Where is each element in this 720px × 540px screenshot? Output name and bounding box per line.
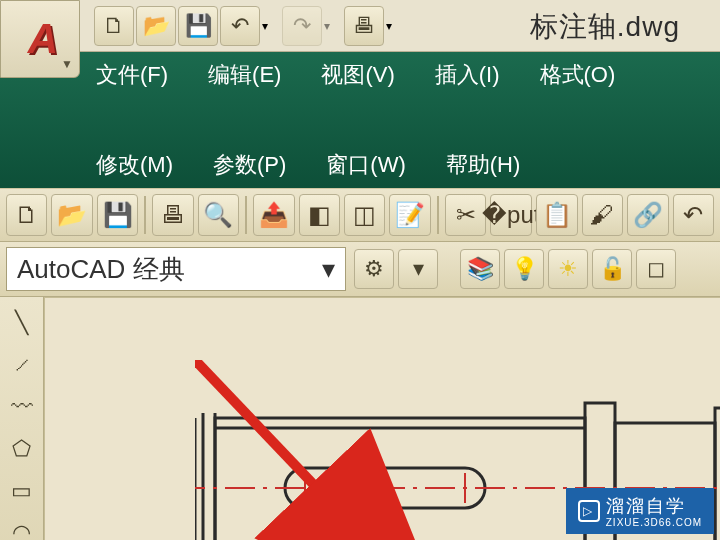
undo-button[interactable]: ↶ xyxy=(220,6,260,46)
polyline-icon: 〰 xyxy=(11,394,33,420)
clipboard-icon: 📋 xyxy=(542,201,572,229)
layer-tools-group: 📚 💡 ☀ 🔓 ◻ xyxy=(460,249,676,289)
line-icon: ╲ xyxy=(15,310,28,336)
qat-customize-dropdown[interactable]: ▾ xyxy=(386,19,404,33)
undo-icon: ↶ xyxy=(683,201,703,229)
tb-preview-button[interactable]: 🔍 xyxy=(198,194,239,236)
print-icon: 🖶 xyxy=(161,201,185,229)
quick-access-toolbar: 🗋 📂 💾 ↶ ▾ ↷ ▾ 🖶 ▾ xyxy=(94,6,404,46)
save-icon: ▾ xyxy=(413,256,424,282)
new-button[interactable]: 🗋 xyxy=(94,6,134,46)
undo-history-dropdown[interactable]: ▾ xyxy=(262,19,280,33)
sun-icon: ☀ xyxy=(558,256,578,282)
new-file-icon: 🗋 xyxy=(103,13,125,39)
polygon-tool[interactable]: ⬠ xyxy=(4,431,40,467)
undo-icon: ↶ xyxy=(231,13,249,39)
tb-print-button[interactable]: 🖶 xyxy=(152,194,193,236)
construction-line-tool[interactable]: ⟋ xyxy=(4,347,40,383)
document-title: 标注轴.dwg xyxy=(530,8,680,46)
layer-sun-button[interactable]: ☀ xyxy=(548,249,588,289)
line-tool[interactable]: ╲ xyxy=(4,305,40,341)
app-menu-button[interactable]: A ▼ xyxy=(0,0,80,78)
layers-icon: 📚 xyxy=(467,256,494,282)
workspace-combo[interactable]: AutoCAD 经典 ▾ xyxy=(6,247,346,291)
layer-lock-button[interactable]: 🔓 xyxy=(592,249,632,289)
open-folder-icon: 📂 xyxy=(57,201,87,229)
save-icon: 💾 xyxy=(103,201,133,229)
link-icon: 🔗 xyxy=(633,201,663,229)
menu-format[interactable]: 格式(O) xyxy=(534,58,622,92)
svg-rect-8 xyxy=(715,408,720,540)
workspace-label: AutoCAD 经典 xyxy=(17,252,185,287)
watermark-url: ZIXUE.3D66.COM xyxy=(606,518,702,528)
tb-new-button[interactable]: 🗋 xyxy=(6,194,47,236)
tb-match-button[interactable]: 🖌 xyxy=(582,194,623,236)
open-folder-icon: 📂 xyxy=(143,13,170,39)
ws-save-button[interactable]: ▾ xyxy=(398,249,438,289)
tb-undo-button[interactable]: ↶ xyxy=(673,194,714,236)
toolbar-separator xyxy=(437,196,439,234)
gear-icon: ⚙ xyxy=(364,256,384,282)
workspace-toolbar: AutoCAD 经典 ▾ ⚙ ▾ 📚 💡 ☀ 🔓 ◻ xyxy=(0,242,720,297)
tb-open-button[interactable]: 📂 xyxy=(51,194,92,236)
standard-toolbar: 🗋 📂 💾 🖶 🔍 📤 ◧ ◫ 📝 ✂ �put 📋 🖌 🔗 ↶ xyxy=(0,188,720,242)
rectangle-tool[interactable]: ▭ xyxy=(4,473,40,509)
menu-modify[interactable]: 修改(M) xyxy=(90,148,179,182)
redo-history-dropdown[interactable]: ▾ xyxy=(324,19,342,33)
menu-edit[interactable]: 编辑(E) xyxy=(202,58,287,92)
menu-insert[interactable]: 插入(I) xyxy=(429,58,506,92)
cube-icon: ◧ xyxy=(308,201,331,229)
bulb-icon: 💡 xyxy=(511,256,538,282)
publish-icon: 📤 xyxy=(259,201,289,229)
draw-toolbar: ╲ ⟋ 〰 ⬠ ▭ ◠ xyxy=(0,297,44,540)
save-button[interactable]: 💾 xyxy=(178,6,218,46)
tb-block-button[interactable]: 🔗 xyxy=(627,194,668,236)
tb-paste-button[interactable]: 📋 xyxy=(536,194,577,236)
tb-plot-button[interactable]: 📝 xyxy=(389,194,430,236)
menu-bar: 文件(F) 编辑(E) 视图(V) 插入(I) 格式(O) 修改(M) 参数(P… xyxy=(0,52,720,188)
scissors-icon: ✂ xyxy=(456,201,476,229)
square-icon: ◻ xyxy=(647,256,665,282)
tb-publish-button[interactable]: 📤 xyxy=(253,194,294,236)
rectangle-icon: ▭ xyxy=(11,478,32,504)
menu-help[interactable]: 帮助(H) xyxy=(440,148,527,182)
tb-save-button[interactable]: 💾 xyxy=(97,194,138,236)
workspace-settings-group: ⚙ ▾ xyxy=(354,249,438,289)
title-bar: A ▼ 🗋 📂 💾 ↶ ▾ ↷ ▾ 🖶 ▾ 标注轴.dwg xyxy=(0,0,720,52)
tb-sheet-button[interactable]: ◫ xyxy=(344,194,385,236)
layer-color-button[interactable]: ◻ xyxy=(636,249,676,289)
menu-view[interactable]: 视图(V) xyxy=(315,58,400,92)
lock-icon: 🔓 xyxy=(599,256,626,282)
preview-icon: 🔍 xyxy=(203,201,233,229)
watermark-brand: 溜溜自学 xyxy=(606,496,686,516)
tb-3dprint-button[interactable]: ◧ xyxy=(299,194,340,236)
print-icon: 🖶 xyxy=(353,13,375,39)
layer-bulb-button[interactable]: 💡 xyxy=(504,249,544,289)
chevron-down-icon: ▾ xyxy=(322,254,335,285)
watermark-badge: ▷ 溜溜自学 ZIXUE.3D66.COM xyxy=(566,488,714,534)
layer-props-button[interactable]: 📚 xyxy=(460,249,500,289)
tb-copy-button[interactable]: �put xyxy=(490,194,532,236)
print-button[interactable]: 🖶 xyxy=(344,6,384,46)
sheet-icon: ◫ xyxy=(353,201,376,229)
brush-icon: 🖌 xyxy=(590,201,614,229)
xline-icon: ⟋ xyxy=(11,352,33,378)
chevron-down-icon: ▼ xyxy=(61,57,73,71)
svg-rect-0 xyxy=(215,418,585,540)
tb-cut-button[interactable]: ✂ xyxy=(445,194,486,236)
menu-parametric[interactable]: 参数(P) xyxy=(207,148,292,182)
polyline-tool[interactable]: 〰 xyxy=(4,389,40,425)
arc-tool[interactable]: ◠ xyxy=(4,515,40,540)
menu-file[interactable]: 文件(F) xyxy=(90,58,174,92)
toolbar-separator xyxy=(245,196,247,234)
copy-icon: �put xyxy=(482,201,540,229)
new-file-icon: 🗋 xyxy=(15,201,39,229)
open-button[interactable]: 📂 xyxy=(136,6,176,46)
arc-icon: ◠ xyxy=(12,520,31,540)
menu-window[interactable]: 窗口(W) xyxy=(320,148,411,182)
play-icon: ▷ xyxy=(578,500,600,522)
autocad-logo-icon: A xyxy=(28,15,52,63)
polygon-icon: ⬠ xyxy=(12,436,31,462)
ws-settings-button[interactable]: ⚙ xyxy=(354,249,394,289)
redo-button[interactable]: ↷ xyxy=(282,6,322,46)
